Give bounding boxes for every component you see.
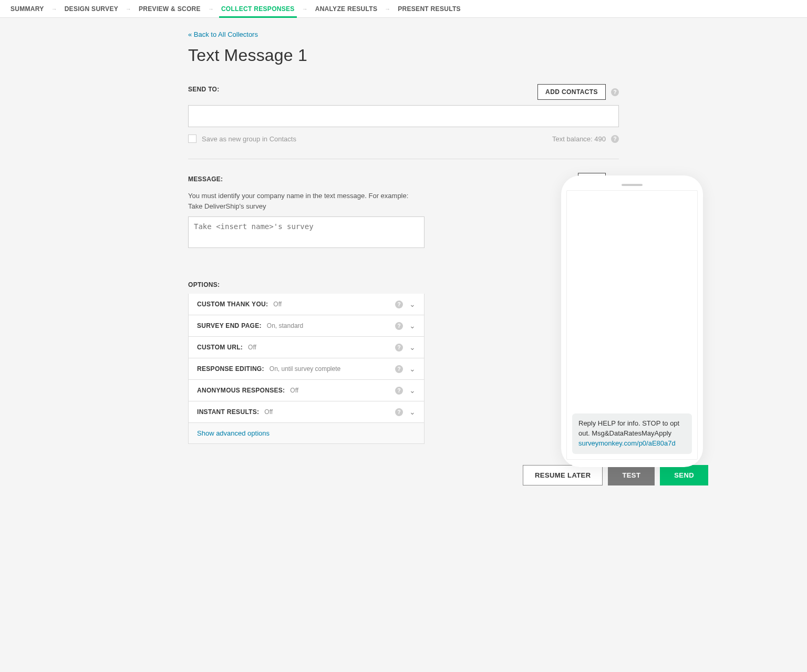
help-icon[interactable]: ? (395, 322, 403, 330)
send-to-input[interactable] (188, 105, 619, 127)
option-value: Off (248, 344, 256, 351)
advanced-options-row[interactable]: Show advanced options (188, 423, 425, 444)
back-to-collectors-link[interactable]: « Back to All Collectors (188, 30, 258, 38)
option-label: CUSTOM URL: (197, 344, 243, 351)
sms-text: Reply HELP for info. STOP to opt out. Ms… (578, 419, 679, 437)
option-custom-url[interactable]: CUSTOM URL: Off ? ⌄ (188, 337, 425, 358)
chevron-right-icon: → (297, 6, 313, 12)
test-button[interactable]: TEST (608, 465, 655, 485)
message-hint: You must identify your company name in t… (188, 191, 425, 211)
footer-actions: RESUME LATER TEST SEND (99, 465, 708, 485)
chevron-right-icon: → (379, 6, 396, 12)
option-custom-thank-you[interactable]: CUSTOM THANK YOU: Off ? ⌄ (188, 294, 425, 315)
send-to-label: SEND TO: (188, 86, 220, 93)
option-label: SURVEY END PAGE: (197, 322, 262, 329)
show-advanced-link[interactable]: Show advanced options (197, 429, 270, 437)
option-value: On, until survey complete (270, 365, 340, 373)
add-contacts-button[interactable]: ADD CONTACTS (537, 84, 606, 100)
option-response-editing[interactable]: RESPONSE EDITING: On, until survey compl… (188, 358, 425, 380)
option-survey-end-page[interactable]: SURVEY END PAGE: On, standard ? ⌄ (188, 315, 425, 337)
help-icon[interactable]: ? (395, 408, 403, 416)
phone-preview: Reply HELP for info. STOP to opt out. Ms… (561, 175, 708, 467)
option-label: INSTANT RESULTS: (197, 408, 259, 416)
option-instant-results[interactable]: INSTANT RESULTS: Off ? ⌄ (188, 401, 425, 423)
option-label: RESPONSE EDITING: (197, 365, 264, 373)
option-label: CUSTOM THANK YOU: (197, 301, 268, 308)
phone-body: Reply HELP for info. STOP to opt out. Ms… (561, 175, 703, 467)
chevron-down-icon[interactable]: ⌄ (409, 386, 416, 395)
option-value: Off (264, 408, 273, 416)
nav-analyze-results[interactable]: ANALYZE RESULTS (313, 0, 380, 18)
phone-screen: Reply HELP for info. STOP to opt out. Ms… (566, 190, 698, 460)
help-icon[interactable]: ? (395, 301, 403, 308)
option-value: Off (273, 301, 282, 308)
chevron-right-icon: → (203, 6, 219, 12)
send-button[interactable]: SEND (660, 465, 708, 485)
nav-summary[interactable]: SUMMARY (8, 0, 46, 18)
nav-present-results[interactable]: PRESENT RESULTS (396, 0, 463, 18)
chevron-right-icon: → (46, 6, 63, 12)
help-icon[interactable]: ? (611, 88, 619, 96)
divider (188, 159, 619, 159)
chevron-down-icon[interactable]: ⌄ (409, 322, 416, 330)
save-group-checkbox[interactable] (188, 135, 196, 143)
chevron-down-icon[interactable]: ⌄ (409, 365, 416, 373)
message-textarea[interactable] (188, 216, 425, 248)
options-title: OPTIONS: (188, 281, 425, 288)
nav-preview-score[interactable]: PREVIEW & SCORE (137, 0, 203, 18)
sms-link: surveymonkey.com/p0/aE80a7d (578, 439, 676, 447)
phone-speaker-icon (622, 184, 643, 186)
help-icon[interactable]: ? (395, 387, 403, 395)
help-icon[interactable]: ? (611, 135, 619, 143)
text-balance-label: Text balance: 490 (552, 135, 606, 143)
chevron-down-icon[interactable]: ⌄ (409, 408, 416, 416)
sms-bubble: Reply HELP for info. STOP to opt out. Ms… (572, 413, 692, 454)
option-value: On, standard (267, 322, 303, 329)
save-group-label: Save as new group in Contacts (202, 135, 296, 143)
help-icon[interactable]: ? (395, 365, 403, 373)
message-label: MESSAGE: (188, 175, 223, 183)
nav-collect-responses[interactable]: COLLECT RESPONSES (219, 0, 297, 18)
resume-later-button[interactable]: RESUME LATER (523, 465, 603, 485)
option-value: Off (290, 387, 298, 394)
nav-design-survey[interactable]: DESIGN SURVEY (63, 0, 120, 18)
chevron-right-icon: → (120, 6, 137, 12)
chevron-down-icon[interactable]: ⌄ (409, 300, 416, 308)
chevron-down-icon[interactable]: ⌄ (409, 343, 416, 351)
option-label: ANONYMOUS RESPONSES: (197, 387, 285, 394)
option-anonymous-responses[interactable]: ANONYMOUS RESPONSES: Off ? ⌄ (188, 380, 425, 401)
page-title: Text Message 1 (188, 46, 619, 65)
help-icon[interactable]: ? (395, 344, 403, 351)
top-nav: SUMMARY → DESIGN SURVEY → PREVIEW & SCOR… (0, 0, 807, 18)
